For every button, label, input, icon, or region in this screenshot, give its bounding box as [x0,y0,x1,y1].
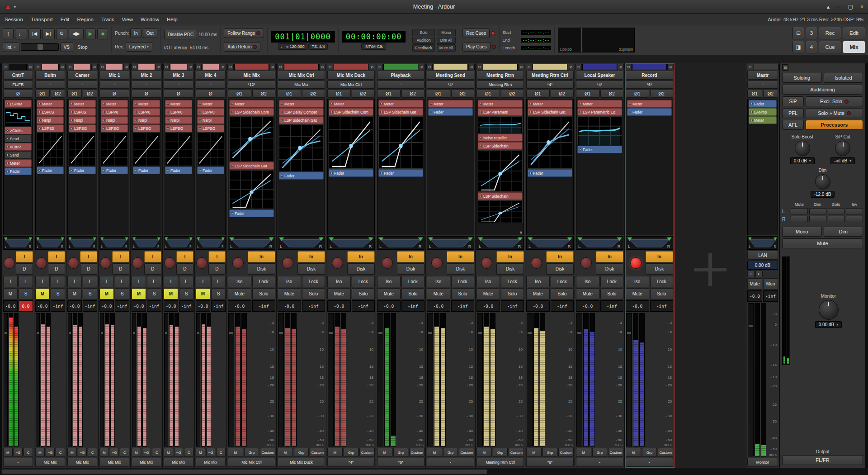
solo-isolate-button[interactable]: Iso [427,276,450,287]
strip-screen-icon[interactable]: ⊟ [227,64,234,70]
phase-invert-button[interactable]: Ø2 [551,90,574,98]
solo-button[interactable]: Solo [451,288,475,299]
record-arm-button[interactable] [100,257,111,269]
solo-isolate-button[interactable]: I [3,276,18,287]
maximize-window-icon[interactable]: ▢ [848,4,853,10]
solo-isolate-button[interactable]: I [35,276,50,287]
strip-name-button[interactable]: Mic Mix [228,71,275,80]
mute-button[interactable]: Mute [327,288,351,299]
gain-display[interactable]: -0.0 [278,300,301,312]
gain-display[interactable]: -0.0 [3,300,18,312]
processor-entry[interactable]: LSP Sidechain Gat [378,108,423,116]
strip-hide-icon[interactable]: ⊘ [269,64,276,70]
peak-display[interactable]: -inf [302,300,326,312]
timecode-clock[interactable]: 00:00:00:00 [342,31,406,43]
stop-button[interactable]: ■ [97,28,108,39]
r-invert-button[interactable] [846,216,863,222]
soloing-button[interactable]: Soloing [782,73,822,83]
input-monitor-button[interactable]: In [397,251,425,262]
mute-button[interactable]: Mute [427,288,450,299]
mute-button[interactable]: Mute [228,288,251,299]
gain-display[interactable]: -0.0 [196,300,210,312]
processor-entry[interactable]: LSP Sidechain Gat [528,108,572,116]
solo-boost-value[interactable]: 0.0 dB▾ [790,157,815,164]
strip-option-button[interactable]: M [626,448,641,457]
bbt-clock[interactable]: 001|01|0000 [271,31,335,43]
mute-button[interactable]: Mute [278,288,301,299]
gain-fader[interactable] [164,313,168,446]
mute-button[interactable]: M [99,288,114,299]
mute-button[interactable]: M [67,288,82,299]
solo-isolate-button[interactable]: I [196,276,210,287]
strip-option-button[interactable]: C [216,448,226,457]
strip-name-button[interactable]: Meeting Send [427,71,474,80]
mute-button[interactable]: Mute [476,288,500,299]
input-monitor-button[interactable]: In [347,251,375,262]
processor-list[interactable]: MeterLSP Delay ComperLSP Sidechain GatFa… [278,99,325,235]
sip-cut-value[interactable]: -inf dB▾ [830,157,855,164]
input-monitor-button[interactable]: I [16,251,33,262]
pan-widget[interactable]: LR [3,236,33,250]
processor-entry[interactable]: LSP Parametri [478,108,523,116]
solo-lock-button[interactable]: L [211,276,226,287]
strip-option-button[interactable]: Grp [443,448,458,457]
processor-entry[interactable]: LSP Parametric Eq [577,108,622,116]
meter-layout-icon[interactable]: ◨ [793,41,804,53]
mute-button[interactable]: M [3,288,18,299]
output-button[interactable]: - [626,458,673,467]
disk-monitor-button[interactable]: Disk [546,263,574,275]
strip-name-button[interactable]: Camer [67,71,97,80]
l-solo-button[interactable] [828,208,845,214]
peak-display[interactable]: -inf [115,300,129,312]
record-arm-button[interactable] [4,257,15,269]
processor-list[interactable]: MeterLSPP8NsrplLSPSGFader [99,99,129,235]
strip-option-button[interactable]: Custom [459,448,474,457]
phase-invert-button[interactable]: Ø [3,90,33,98]
gain-fader[interactable] [477,313,483,446]
solo-lock-button[interactable]: Lock [650,276,674,287]
play-range-button[interactable]: ◀▶ [69,28,84,39]
monitor-output-button[interactable]: FL/FR [782,455,863,465]
monitor-level-value[interactable]: 0.00 dB▾ [815,321,842,328]
processor-list[interactable]: MeterLSP Parametric EqFader [576,99,623,235]
strip-option-button[interactable]: Grp [493,448,508,457]
solo-button[interactable]: Solo [252,288,276,299]
disk-monitor-button[interactable]: D [80,263,97,275]
strip-name-button[interactable]: Bultn [35,71,65,80]
input-monitor-button[interactable]: I [176,251,193,262]
output-button[interactable]: - [3,458,33,467]
strip-option-button[interactable]: M [327,448,343,457]
gain-fader[interactable] [68,313,72,446]
output-button[interactable]: Meeting Rtrn Ctrl [476,458,524,467]
mute-button[interactable]: M [196,288,210,299]
dim-button[interactable]: Dim [824,227,863,237]
afl-button[interactable]: AFL [782,120,804,130]
play-button[interactable]: ▶ [85,28,96,39]
pan-widget[interactable]: LR [278,236,325,250]
mute-button[interactable]: Mute [526,288,550,299]
strip-screen-icon[interactable]: ⊟ [327,64,333,70]
gain-fader[interactable] [748,303,754,456]
menu-edit[interactable]: Edit [61,17,70,22]
phase-invert-button[interactable]: Ø1 [747,90,762,98]
disk-monitor-button[interactable]: Disk [248,263,275,275]
pan-widget[interactable]: LR [99,236,129,250]
phase-invert-button[interactable]: Ø1 [228,90,251,98]
strip-hide-icon[interactable]: ⊘ [156,64,162,70]
pan-widget[interactable]: LR [427,236,474,250]
phase-invert-button[interactable]: Ø2 [252,90,276,98]
playhead-marker[interactable] [581,28,582,52]
strip-option-button[interactable]: M [132,448,141,457]
strip-option-button[interactable]: Custom [658,448,673,457]
strip-name-button[interactable]: Mic Mix Ctrl [278,71,325,80]
processor-entry[interactable]: Meter [749,116,777,124]
processor-entry[interactable]: LSP Sidechain Gat [229,162,274,170]
strip-hide-icon[interactable]: ⊘ [59,64,66,70]
solo-isolate-button[interactable]: I [132,276,146,287]
tempo-button[interactable]: ♩ = 120.000 [278,43,308,50]
solo-button[interactable]: S [19,288,33,299]
phase-invert-button[interactable]: Ø2 [302,90,326,98]
loop-button[interactable]: ↻ [56,28,67,39]
strip-option-button[interactable]: C [24,448,33,457]
phase-invert-button[interactable]: Ø1 [377,90,401,98]
